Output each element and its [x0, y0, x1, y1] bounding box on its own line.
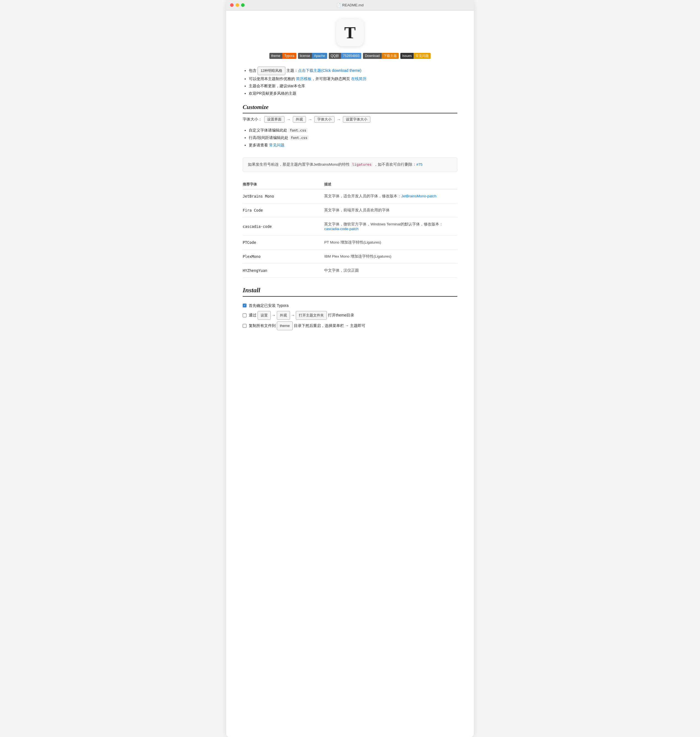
install-step-3: 复制所有文件到 theme 目录下然后重启，选择菜单栏 → 主题即可 — [243, 321, 457, 330]
font-table: 推荐字体 描述 JetBrains Mono 英文字体，适合开发人员的字体，修改… — [243, 180, 457, 278]
install-list: 首先确定已安装 Typora 通过 设置 → 外观 → 打开主题文件夹 打开th… — [243, 302, 457, 330]
badge-theme-left: theme — [269, 53, 282, 59]
callout-box: 如果发生符号粘连，那是主题内置字体JetBrainsMono的特性 ligatu… — [243, 157, 457, 172]
badge-license-right: Apache — [312, 53, 327, 59]
font-size-row: 字体大小： 设置界面 → 外观 → 字体大小 → 设置字体大小 — [243, 116, 457, 123]
install-step-2: 通过 设置 → 外观 → 打开主题文件夹 打开theme目录 — [243, 311, 457, 320]
list-item: 可以使用本主题制作优雅的 简历模板，并可部署为静态网页 在线简历 — [249, 75, 457, 82]
table-row: cascadia-code 英文字体，微软官方字体，Windows Termin… — [243, 218, 457, 235]
font-size-tag[interactable]: 字体大小 — [314, 116, 335, 123]
install-step-2-text: 通过 设置 → 外观 → 打开主题文件夹 打开theme目录 — [249, 311, 354, 320]
badge-download-right: 下载主题 — [382, 53, 399, 59]
badge-issues[interactable]: Issues 常见问题 — [400, 53, 431, 59]
settings-tag[interactable]: 设置界面 — [264, 116, 284, 123]
list-item: 自定义字体请编辑此处 font.css — [249, 127, 457, 134]
badge-download-left: Download — [363, 53, 381, 59]
table-row: JetBrains Mono 英文字体，适合开发人员的字体，修改版本：JetBr… — [243, 189, 457, 203]
table-row: HYZhengYuan 中文字体，汉仪正圆 — [243, 264, 457, 278]
appearance-btn: 外观 — [277, 311, 290, 320]
badge-theme-right: Typora — [282, 53, 296, 59]
badge-issues-right: 常见问题 — [413, 53, 431, 59]
font-desc: 英文字体，适合开发人员的字体，修改版本：JetBrainsMono-patch — [324, 189, 457, 203]
font-css-code2: font.css — [290, 135, 309, 140]
list-item: 欢迎PR贡献更多风格的主题 — [249, 90, 457, 97]
font-table-wrap: 推荐字体 描述 JetBrains Mono 英文字体，适合开发人员的字体，修改… — [243, 180, 457, 278]
font-name: cascadia-code — [243, 218, 324, 235]
badge-theme[interactable]: theme Typora — [269, 53, 296, 59]
font-css-code: font.css — [288, 128, 307, 132]
badge-issues-left: Issues — [400, 53, 414, 59]
theme-count-tag: 12种明暗风格 — [257, 66, 285, 75]
list-item: 更多请查看 常见问题 — [249, 141, 457, 149]
theme-dir-btn: theme — [277, 321, 293, 330]
app-icon: T — [336, 19, 364, 46]
close-button[interactable] — [230, 3, 234, 7]
feature-list: 包含 12种明暗风格 主题：点击下载主题(Click download them… — [243, 66, 457, 97]
badge-qq-right: 752854893 — [341, 53, 361, 59]
font-name: PlexMono — [243, 250, 324, 264]
arrow-icon: → — [287, 117, 291, 122]
download-theme-link[interactable]: 点击下载主题(Click download theme) — [298, 68, 361, 73]
window: 📄 README.md T theme Typora license Apach… — [226, 0, 474, 737]
ligatures-code: ligatures — [351, 162, 373, 167]
install-step-1-text: 首先确定已安装 Typora — [249, 302, 289, 309]
install-step-3-text: 复制所有文件到 theme 目录下然后重启，选择菜单栏 → 主题即可 — [249, 321, 365, 330]
checkbox-2[interactable] — [243, 313, 247, 317]
titlebar-text: README.md — [342, 3, 363, 7]
font-name: JetBrains Mono — [243, 189, 324, 203]
badges-row: theme Typora license Apache QQ群 75285489… — [243, 53, 457, 59]
arrow-icon: → — [337, 117, 341, 122]
app-icon-wrap: T — [243, 19, 457, 46]
col-header-desc: 描述 — [324, 180, 457, 189]
badge-license-left: license — [298, 53, 312, 59]
issue-link[interactable]: #75 — [416, 162, 423, 166]
font-name: Fira Code — [243, 203, 324, 218]
resume-link[interactable]: 简历模板 — [296, 76, 312, 81]
table-row: PlexMono IBM Plex Mono 增加连字特性(Ligatures) — [243, 250, 457, 264]
font-name: HYZhengYuan — [243, 264, 324, 278]
install-step-1: 首先确定已安装 Typora — [243, 302, 457, 309]
install-heading: Install — [243, 287, 457, 297]
font-desc: 英文字体，前端开发人员喜欢用的字体 — [324, 203, 457, 218]
appearance-tag[interactable]: 外观 — [293, 116, 306, 123]
settings-btn: 设置 — [257, 311, 271, 320]
font-size-label: 字体大小： — [243, 117, 262, 122]
open-theme-folder-btn: 打开主题文件夹 — [296, 311, 327, 320]
font-desc: IBM Plex Mono 增加连字特性(Ligatures) — [324, 250, 457, 264]
table-row: Fira Code 英文字体，前端开发人员喜欢用的字体 — [243, 203, 457, 218]
set-font-size-tag[interactable]: 设置字体大小 — [343, 116, 371, 123]
list-item: 包含 12种明暗风格 主题：点击下载主题(Click download them… — [249, 66, 457, 75]
badge-qq[interactable]: QQ群 752854893 — [329, 53, 362, 59]
minimize-button[interactable] — [235, 3, 239, 7]
arrow-icon: → — [308, 117, 312, 122]
customize-section: Customize 字体大小： 设置界面 → 外观 → 字体大小 → 设置字体大… — [243, 103, 457, 149]
online-resume-link[interactable]: 在线简历 — [351, 76, 366, 81]
badge-license[interactable]: license Apache — [298, 53, 327, 59]
font-name: PTCode — [243, 235, 324, 250]
titlebar: 📄 README.md — [226, 0, 474, 10]
font-desc: 中文字体，汉仪正圆 — [324, 264, 457, 278]
install-section: Install 首先确定已安装 Typora 通过 设置 → 外观 → 打开主题… — [243, 287, 457, 330]
checkbox-3[interactable] — [243, 324, 247, 328]
cascadia-patch-link[interactable]: cascadia-code-patch — [324, 227, 359, 231]
table-row: PTCode PT Mono 增加连字特性(Ligatures) — [243, 235, 457, 250]
file-icon: 📄 — [337, 3, 341, 7]
titlebar-title: 📄 README.md — [337, 3, 363, 7]
col-header-font: 推荐字体 — [243, 180, 324, 189]
font-desc: PT Mono 增加连字特性(Ligatures) — [324, 235, 457, 250]
badge-qq-left: QQ群 — [329, 53, 341, 59]
customize-heading: Customize — [243, 103, 457, 113]
checkbox-1[interactable] — [243, 303, 247, 307]
traffic-lights — [230, 3, 245, 7]
faq-link[interactable]: 常见问题 — [269, 143, 284, 147]
list-item: 主题会不断更新，建议star本仓库 — [249, 82, 457, 90]
list-item: 行高/段间距请编辑此处 font.css — [249, 134, 457, 141]
font-desc: 英文字体，微软官方字体，Windows Terminal的默认字体，修改版本：c… — [324, 218, 457, 235]
jetbrains-patch-link[interactable]: JetBrainsMono-patch — [401, 194, 437, 198]
maximize-button[interactable] — [241, 3, 245, 7]
content-area: T theme Typora license Apache QQ群 752854… — [226, 10, 474, 349]
customize-sub-list: 自定义字体请编辑此处 font.css 行高/段间距请编辑此处 font.css… — [243, 127, 457, 149]
badge-download[interactable]: Download 下载主题 — [363, 53, 399, 59]
